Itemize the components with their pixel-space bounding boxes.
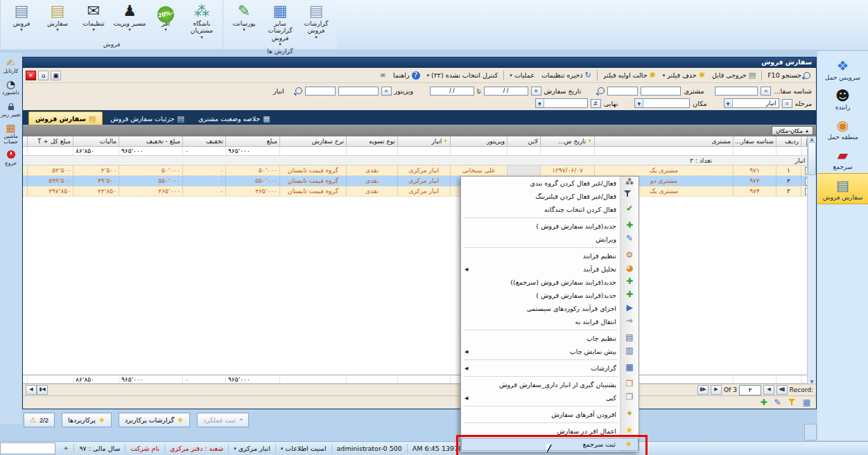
last-record-icon[interactable]: ▶▮ <box>697 385 709 395</box>
toolbar-item-11[interactable]: ∞ <box>377 71 389 80</box>
search-icon[interactable] <box>598 87 605 94</box>
location-select[interactable]: ▼ <box>634 98 690 108</box>
menu-item-11[interactable]: ▤تنظیم چاپ <box>461 332 639 345</box>
toolbar-item-2[interactable]: ▤خروجی فایل <box>709 71 758 80</box>
toolbar-item-9[interactable]: کنترل انتخاب نشده (۲۲)▾ <box>424 71 501 80</box>
left-rail-item-0[interactable]: ✍کارتابل <box>0 57 21 74</box>
bottom-button-1[interactable]: ★پرکاربردها <box>62 413 112 427</box>
date-from-input[interactable] <box>484 87 528 96</box>
toolbar-item-3[interactable]: ✱حذف فیلتر▾ <box>660 71 708 80</box>
table-row-0[interactable]: ۱۹۷۱مشتری یک۱۳۹۷/۰۶/۰۷علی سبحانیانبار مر… <box>23 166 816 176</box>
tab-2[interactable]: ▦خلاصه وضعیت مشتری <box>192 112 277 125</box>
prev-record-icon[interactable]: ◀ <box>763 385 774 395</box>
window-icon[interactable]: ▣ <box>51 71 61 80</box>
toolbar-item-0[interactable]: جستجو F10 <box>765 71 813 80</box>
column-header-line[interactable]: لاین <box>507 136 540 146</box>
column-header-id[interactable]: شناسه سفار... <box>733 136 776 146</box>
menu-item-6[interactable]: ◕تحلیل فرآیند◀ <box>461 262 639 276</box>
column-header-customer[interactable]: مشتری <box>594 136 733 146</box>
visitor-input-2[interactable] <box>305 87 336 96</box>
next-record-icon[interactable]: ▶ <box>711 385 722 395</box>
bottom-button-0[interactable]: ⚠2/2 <box>24 413 55 427</box>
left-rail-item-2[interactable]: تغییر رمز <box>0 100 21 118</box>
column-header-total[interactable]: مبلغ کل + T <box>27 136 73 146</box>
current-record-input[interactable] <box>739 385 761 395</box>
table-row-2[interactable]: ۳۹۷۴مشتری یک۱۳۹۷/۰۶/۱۰علی سبحانیانبار مر… <box>23 186 816 197</box>
toolbar-item-6[interactable]: ↻ذخیره تنظیمات <box>539 71 594 80</box>
customer-input-2[interactable] <box>607 87 638 96</box>
group-by-location-button[interactable]: ▲ مکان-مکان <box>772 126 813 135</box>
date-range-button[interactable]: « <box>531 87 541 96</box>
order-id-operator-button[interactable]: = <box>761 87 771 96</box>
menu-item-13[interactable]: ▦گزارشات◀ <box>461 362 639 375</box>
menu-item-5[interactable]: ⚙تنظیم فرایند <box>461 249 639 262</box>
ribbon-item-1-1[interactable]: -20%آفر▾ <box>148 1 184 40</box>
right-rail-item-0[interactable]: ❖سرویس حمل <box>817 54 868 84</box>
menu-item-3[interactable]: ✚جدید(فرایند سفارش فروش ) <box>461 220 639 233</box>
column-header-settlement[interactable]: نوع تسویه <box>346 136 397 146</box>
column-header-tax[interactable]: مالیات <box>73 136 119 146</box>
menu-item-9[interactable]: ▶اجرای فرآیند رکوردهای سیستمی <box>461 302 639 315</box>
search-icon[interactable] <box>295 87 302 94</box>
visitor-operator-button[interactable]: = <box>381 87 392 96</box>
right-rail-item-1[interactable]: ☻راننده <box>817 84 868 114</box>
ribbon-item-1-2[interactable]: ♟مسیر ویزیت▾ <box>112 1 148 40</box>
tab-0[interactable]: ▤سفارش فروش <box>28 111 103 125</box>
home-icon[interactable]: ⌂ <box>38 71 49 80</box>
table-row-1[interactable]: ✓۲۹۷۲مشتری دو۱۳۹۷/۰۶/۱۰علی سبحانیانبار م… <box>23 176 816 186</box>
scroll-up-icon[interactable]: ▲ <box>810 136 814 141</box>
column-header-visitor[interactable]: ویزیتور <box>450 136 507 146</box>
menu-item-2[interactable]: ✔فعال کردن انتخاب چندگانه <box>461 203 639 216</box>
menu-item-4[interactable]: ✎ویرایش <box>461 233 639 246</box>
right-rail-item-3[interactable]: ▰سرجمع <box>817 143 868 173</box>
scrollbar-thumb[interactable] <box>808 142 816 175</box>
date-to-input[interactable] <box>430 87 474 96</box>
left-rail-item-1[interactable]: ◔داشبورد <box>0 78 21 96</box>
grid-export-icon[interactable]: ▦ <box>803 398 810 407</box>
vertical-scrollbar[interactable]: ▲ ▼ <box>807 136 816 384</box>
column-header-row[interactable]: ردیف <box>776 136 801 146</box>
visitor-input-1[interactable] <box>338 87 379 96</box>
toolbar-item-10[interactable]: ?راهنما <box>390 71 423 80</box>
left-rail-item-4[interactable]: خروج <box>0 149 21 166</box>
ribbon-item-0-1[interactable]: ▦سایر گزارشات فروش▾ <box>262 1 298 47</box>
column-header-rate[interactable]: نرخ سفارش <box>279 136 346 146</box>
column-header-date[interactable]: ✦تاریخ س... <box>540 136 594 146</box>
ribbon-item-0-0[interactable]: ▤گزارشات فروش▾ <box>298 1 334 47</box>
scroll-corner-widget[interactable] <box>804 424 817 440</box>
column-header-discount[interactable]: تخفیف <box>182 136 225 146</box>
bottom-button-2[interactable]: ★گزارشات پرکاربرد <box>119 413 190 427</box>
status-search-box[interactable] <box>0 443 55 454</box>
ribbon-item-1-0[interactable]: ⁂باشگاه مشتریان▾ <box>184 1 220 40</box>
toolbar-item-4[interactable]: ✱حالت اولیه فیلتر <box>600 71 659 80</box>
column-header-amount_minus_discount[interactable]: مبلغ - تخفیف <box>119 136 182 146</box>
menu-item-15[interactable]: ❐کپی◀ <box>461 391 639 404</box>
filter-icon[interactable] <box>788 399 796 406</box>
ribbon-item-0-2[interactable]: ✎پورسانت▾ <box>226 1 262 47</box>
menu-item-0[interactable]: ⁂فعال/غیر فعال کردن گروه بندی <box>461 177 639 190</box>
scroll-left-edge-icon[interactable]: ▮◀ <box>37 385 48 395</box>
stage-operator-button[interactable]: = <box>782 99 792 108</box>
menu-item-7[interactable]: ✚جدید(فرایند سفارش فروش (سرجمع)) <box>461 276 639 289</box>
menu-item-17[interactable]: ★اعمال افر در سفارش <box>461 425 639 438</box>
stage-select[interactable]: انبار ▼ <box>724 98 779 108</box>
ribbon-item-1-4[interactable]: ▤سفارش▾ <box>40 1 76 40</box>
column-header-amount[interactable]: مبلغ <box>225 136 279 146</box>
close-icon[interactable]: ✕ <box>26 71 36 80</box>
menu-item-10[interactable]: ➔انتقال فرایند به <box>461 315 639 328</box>
scroll-left-icon[interactable]: ◀ <box>26 385 37 395</box>
toolbar-item-7[interactable]: عملیات▾ <box>507 71 537 80</box>
tab-1[interactable]: ▤جزئیات سفارش فروش <box>104 112 191 125</box>
edit-icon[interactable]: ✎ <box>774 398 781 407</box>
menu-item-12[interactable]: ▥پیش نمایش چاپ◀ <box>461 345 639 358</box>
ribbon-item-1-5[interactable]: ▤فروش▾ <box>3 1 40 40</box>
scroll-down-icon[interactable]: ▼ <box>810 379 814 384</box>
ribbon-item-1-3[interactable]: ✉تنظیمات▾ <box>76 1 112 40</box>
right-rail-item-4[interactable]: ▤سفارش فروش <box>817 173 868 204</box>
menu-item-16[interactable]: ✦افزودن آفرهای سفارش <box>461 408 639 421</box>
green-plus-icon[interactable]: ✚ <box>761 398 767 407</box>
left-rail-item-3[interactable]: ▦ماشین حساب <box>0 122 21 145</box>
menu-item-8[interactable]: ✚جدید(فرایند سفارش فروش ) <box>461 289 639 302</box>
customer-input-1[interactable] <box>641 87 681 96</box>
order-id-input[interactable] <box>715 87 758 96</box>
